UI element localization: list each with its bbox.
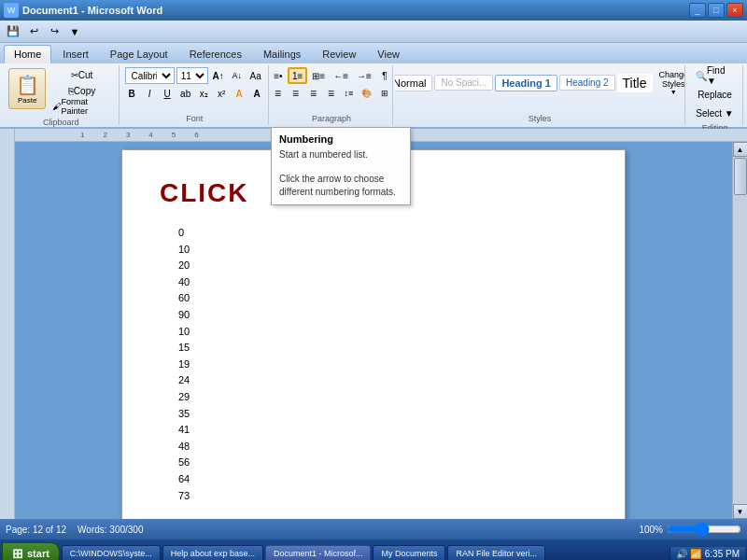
taskbar-button-0[interactable]: C:\WINDOWS\syste...	[62, 545, 161, 560]
list-item: 24	[178, 372, 597, 389]
style-no-spacing[interactable]: No Spaci...	[434, 75, 493, 91]
align-center-button[interactable]: ≡	[287, 85, 303, 102]
clipboard-label: Clipboard	[43, 116, 79, 127]
cut-button[interactable]: ✂ Cut	[49, 67, 114, 82]
quick-access-toolbar: 💾 ↩ ↪ ▼	[0, 21, 747, 43]
borders-button[interactable]: ⊞	[376, 85, 393, 102]
multilevel-list-button[interactable]: ⊞≡	[308, 67, 329, 84]
list-item: 41	[178, 422, 597, 439]
maximize-button[interactable]: □	[708, 3, 725, 18]
heading2-label: Heading 2	[566, 77, 609, 88]
format-painter-button[interactable]: 🖌 Format Painter	[49, 99, 114, 114]
tooltip-line1: Start a numbered list.	[279, 148, 402, 161]
align-left-button[interactable]: ≡	[269, 85, 286, 102]
taskbar-button-1[interactable]: Help about exp base...	[162, 545, 263, 560]
taskbar-button-3[interactable]: My Documents	[373, 545, 445, 560]
scroll-up-button[interactable]: ▲	[733, 142, 748, 157]
bold-button[interactable]: B	[123, 85, 140, 102]
list-item: 60	[178, 290, 597, 307]
line-spacing-button[interactable]: ↕≡	[340, 85, 357, 102]
replace-button[interactable]: Replace	[691, 86, 739, 103]
text-highlight-button[interactable]: A	[231, 85, 247, 102]
status-bar: Page: 12 of 12 Words: 300/300 100%	[0, 519, 747, 539]
subscript-button[interactable]: x₂	[195, 85, 212, 102]
paste-button[interactable]: 📋Paste	[8, 68, 46, 109]
tab-view[interactable]: View	[367, 45, 410, 63]
ribbon-content: 📋Paste ✂ Cut ⎘ Copy 🖌 Format Painter Cli…	[0, 63, 747, 129]
italic-button[interactable]: I	[141, 85, 158, 102]
zoom-slider[interactable]	[667, 524, 741, 535]
undo-quick-button[interactable]: ↩	[24, 22, 43, 41]
justify-button[interactable]: ≡	[322, 85, 339, 102]
close-button[interactable]: ×	[726, 3, 743, 18]
tab-references[interactable]: References	[179, 45, 252, 63]
paragraph-group: ≡• 1≡ ⊞≡ ←≡ →≡ ¶ ≡ ≡ ≡ ≡ ↕≡ 🎨 ⊞ Paragrap…	[271, 65, 393, 125]
tray-icons: 🔊 📶	[676, 549, 701, 559]
shading-button[interactable]: 🎨	[358, 85, 375, 102]
normal-label: Normal	[395, 77, 426, 89]
strikethrough-button[interactable]: ab	[176, 85, 194, 102]
list-item: 40	[178, 274, 597, 291]
superscript-button[interactable]: x²	[213, 85, 230, 102]
font-color-button[interactable]: A	[248, 85, 265, 102]
taskbar-button-4[interactable]: RAN File Editor veri...	[447, 545, 545, 560]
scroll-thumb[interactable]	[734, 158, 747, 195]
taskbar: ⊞ start C:\WINDOWS\syste... Help about e…	[0, 539, 747, 560]
quick-access-dropdown[interactable]: ▼	[65, 22, 84, 41]
list-item: 73	[178, 488, 597, 505]
tab-home[interactable]: Home	[4, 45, 51, 63]
list-item: 15	[178, 340, 597, 357]
list-item: 48	[178, 439, 597, 455]
grow-font-button[interactable]: A↑	[210, 67, 227, 84]
bullets-button[interactable]: ≡•	[270, 67, 287, 84]
numbering-button[interactable]: 1≡	[288, 67, 307, 84]
clipboard-group: 📋Paste ✂ Cut ⎘ Copy 🖌 Format Painter Cli…	[4, 65, 120, 125]
title-bar-left: W Document1 - Microsoft Word	[4, 3, 162, 18]
heading1-label: Heading 1	[501, 77, 551, 89]
font-group: Calibri 11 A↑ A↓ Aa B I U ab x₂ x² A A F…	[121, 65, 269, 125]
tab-page-layout[interactable]: Page Layout	[100, 45, 178, 63]
clear-format-button[interactable]: Aa	[247, 67, 264, 84]
tab-mailings[interactable]: Mailings	[253, 45, 311, 63]
ribbon-tabs: Home Insert Page Layout References Maili…	[0, 43, 747, 63]
select-button[interactable]: Select ▼	[691, 105, 739, 121]
minimize-button[interactable]: _	[689, 3, 706, 18]
underline-button[interactable]: U	[159, 85, 176, 102]
title-bar: W Document1 - Microsoft Word _ □ ×	[0, 0, 747, 21]
window-title: Document1 - Microsoft Word	[22, 5, 162, 16]
status-right: 100%	[639, 524, 741, 535]
decrease-indent-button[interactable]: ←≡	[330, 67, 352, 84]
font-size-select[interactable]: 11	[176, 67, 208, 84]
find-button[interactable]: 🔍 Find ▼	[691, 67, 739, 84]
click-annotation-text: CLICK	[160, 178, 249, 208]
save-quick-button[interactable]: 💾	[4, 22, 22, 41]
scroll-down-button[interactable]: ▼	[733, 504, 748, 519]
style-heading2[interactable]: Heading 2	[559, 75, 615, 91]
style-normal[interactable]: Normal	[395, 75, 432, 91]
style-heading1[interactable]: Heading 1	[495, 75, 557, 91]
shrink-font-button[interactable]: A↓	[229, 67, 246, 84]
show-marks-button[interactable]: ¶	[376, 67, 393, 84]
word-count: Words: 300/300	[78, 525, 143, 535]
list-item: 19	[178, 357, 597, 373]
list-item: 10	[178, 324, 597, 341]
list-item: 0	[178, 225, 597, 242]
list-item: 29	[178, 389, 597, 406]
taskbar-button-2[interactable]: Document1 - Microsof...	[265, 545, 372, 560]
start-button[interactable]: ⊞ start	[2, 542, 60, 560]
increase-indent-button[interactable]: →≡	[353, 67, 375, 84]
font-name-select[interactable]: Calibri	[125, 67, 175, 84]
style-title[interactable]: Title	[617, 74, 653, 92]
tab-review[interactable]: Review	[312, 45, 366, 63]
align-right-button[interactable]: ≡	[304, 85, 321, 102]
vertical-scrollbar[interactable]: ▲ ▼	[732, 142, 747, 519]
tab-insert[interactable]: Insert	[52, 45, 99, 63]
editing-group: 🔍 Find ▼ Replace Select ▼ Editing	[687, 65, 743, 125]
tooltip-title: Numbering	[279, 133, 402, 145]
redo-quick-button[interactable]: ↪	[45, 22, 63, 41]
change-styles-button[interactable]: Change Styles ▼	[655, 67, 685, 98]
scroll-track[interactable]	[733, 157, 748, 504]
clock: 6:35 PM	[705, 549, 740, 559]
copy-button[interactable]: ⎘ Copy	[49, 83, 114, 98]
list-item: 56	[178, 455, 597, 471]
